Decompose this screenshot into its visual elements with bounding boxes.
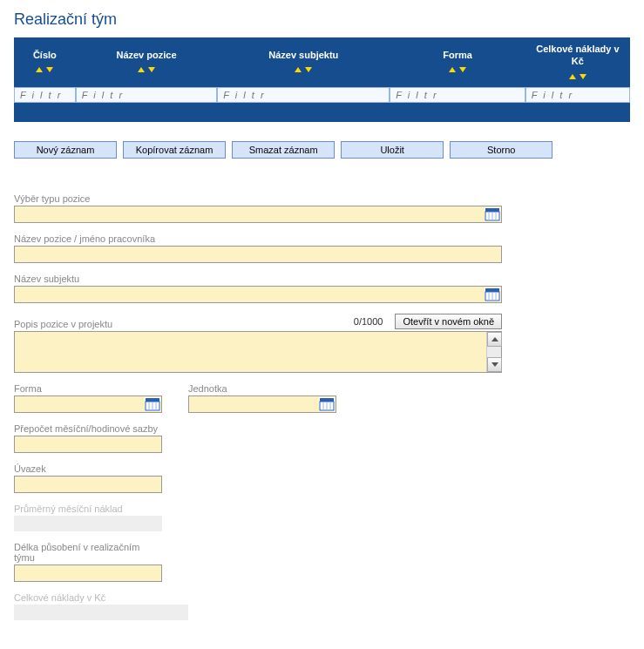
svg-rect-15	[320, 398, 334, 402]
filter-forma[interactable]	[390, 87, 525, 103]
subject-name-input[interactable]	[15, 287, 501, 302]
textarea-scrollbar[interactable]	[486, 332, 501, 372]
subject-name-label: Název subjektu	[14, 274, 502, 284]
position-type-label: Výběr typu pozice	[14, 193, 502, 204]
sort-desc-icon[interactable]	[459, 67, 466, 72]
scroll-down-icon[interactable]	[487, 357, 502, 372]
svg-rect-0	[485, 208, 499, 212]
grid-filter-row	[14, 87, 630, 104]
form-input[interactable]	[15, 396, 161, 412]
position-name-input[interactable]	[15, 247, 501, 262]
avg-monthly-label: Průměrný měsíční náklad	[14, 504, 162, 514]
col-nazev-subjektu[interactable]: Název subjektu	[217, 37, 390, 87]
unit-picker-icon[interactable]	[319, 397, 335, 411]
data-grid: Číslo Název pozice Název subjektu Forma	[14, 37, 630, 122]
sort-asc-icon[interactable]	[138, 67, 145, 72]
cancel-button[interactable]: Storno	[450, 141, 552, 159]
copy-button[interactable]: Kopírovat záznam	[123, 141, 226, 159]
duration-input[interactable]	[15, 565, 161, 581]
avg-monthly-readonly	[14, 516, 162, 531]
position-type-input[interactable]	[15, 206, 501, 222]
svg-rect-5	[485, 288, 499, 292]
position-name-field-wrap	[14, 246, 502, 263]
sort-asc-icon[interactable]	[569, 74, 576, 79]
page-title: Realizační tým	[14, 10, 630, 29]
subject-name-picker-icon[interactable]	[485, 287, 500, 301]
allocation-input[interactable]	[15, 477, 161, 492]
grid-header-row: Číslo Název pozice Název subjektu Forma	[14, 37, 630, 87]
form-field-wrap	[14, 395, 162, 413]
col-label: Celkové náklady v Kč	[536, 44, 619, 66]
position-name-label: Název pozice / jméno pracovníka	[14, 233, 502, 244]
col-label: Forma	[443, 50, 472, 60]
scroll-up-icon[interactable]	[487, 332, 502, 347]
rate-recalc-input[interactable]	[15, 436, 161, 452]
grid-footer-row	[14, 103, 630, 122]
allocation-label: Úvazek	[14, 463, 162, 474]
col-nazev-pozice[interactable]: Název pozice	[76, 37, 218, 87]
subject-name-field-wrap	[14, 286, 502, 303]
rate-recalc-field-wrap	[14, 436, 162, 453]
form-label: Forma	[14, 383, 162, 394]
sort-desc-icon[interactable]	[46, 67, 53, 72]
unit-label: Jednotka	[188, 383, 336, 394]
sort-desc-icon[interactable]	[580, 74, 586, 79]
description-textarea[interactable]	[15, 332, 485, 372]
duration-field-wrap	[14, 564, 162, 582]
total-costs-label: Celkové náklady v Kč	[14, 592, 188, 603]
delete-button[interactable]: Smazat záznam	[232, 141, 335, 159]
filter-cislo[interactable]	[14, 87, 76, 103]
position-type-field-wrap	[14, 206, 502, 223]
duration-label: Délka působení v realizačním týmu	[14, 542, 162, 563]
detail-form: Výběr typu pozice Název pozice / jméno p…	[14, 193, 502, 620]
filter-subjekt[interactable]	[217, 87, 390, 103]
rate-recalc-label: Přepočet měsíční/hodinové sazby	[14, 423, 162, 434]
unit-field-wrap	[188, 395, 336, 413]
action-bar: Nový záznam Kopírovat záznam Smazat zázn…	[14, 141, 630, 159]
col-celkove-naklady[interactable]: Celkové náklady v Kč	[525, 37, 630, 87]
description-label: Popis pozice v projektu	[14, 319, 112, 329]
open-in-new-window-button[interactable]: Otevřít v novém okně	[395, 314, 502, 329]
sort-desc-icon[interactable]	[305, 67, 312, 72]
form-picker-icon[interactable]	[145, 397, 160, 411]
col-label: Název subjektu	[268, 50, 338, 60]
col-label: Název pozice	[116, 50, 176, 60]
svg-rect-10	[146, 398, 159, 402]
col-cislo[interactable]: Číslo	[14, 37, 76, 87]
description-field-wrap	[14, 331, 502, 373]
sort-asc-icon[interactable]	[36, 67, 43, 72]
sort-asc-icon[interactable]	[449, 67, 456, 72]
filter-naklady[interactable]	[525, 87, 630, 103]
description-counter: 0/1000	[354, 316, 383, 327]
sort-asc-icon[interactable]	[295, 67, 302, 72]
new-button[interactable]: Nový záznam	[14, 141, 117, 159]
col-label: Číslo	[33, 50, 57, 60]
unit-input[interactable]	[189, 396, 336, 412]
total-costs-readonly	[14, 605, 188, 620]
sort-desc-icon[interactable]	[148, 67, 155, 72]
position-type-picker-icon[interactable]	[485, 207, 500, 221]
filter-pozice[interactable]	[76, 87, 218, 103]
save-button[interactable]: Uložit	[341, 141, 444, 159]
allocation-field-wrap	[14, 476, 162, 493]
col-forma[interactable]: Forma	[390, 37, 525, 87]
